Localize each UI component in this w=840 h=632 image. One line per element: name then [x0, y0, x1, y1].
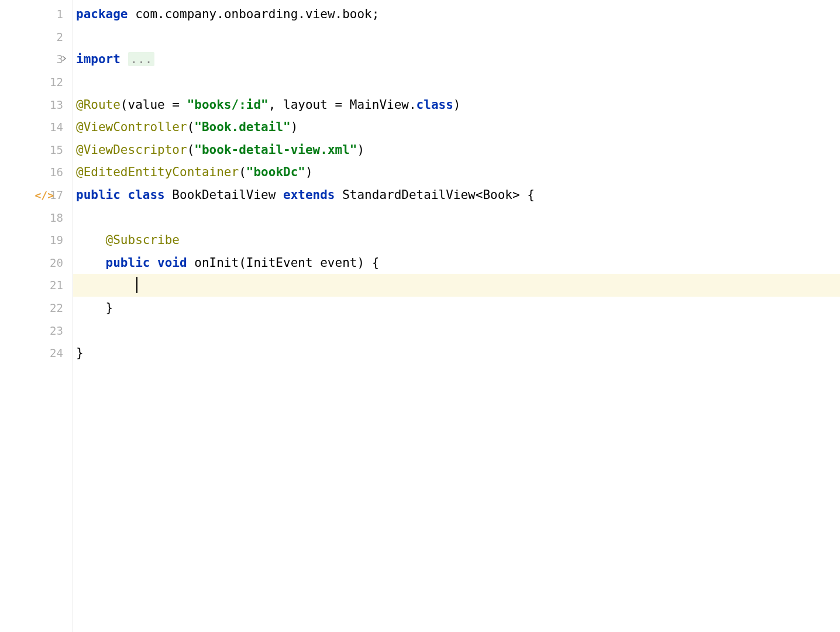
keyword: class: [416, 98, 453, 112]
line-number: 14: [46, 121, 69, 133]
code-line[interactable]: @EditedEntityContainer("bookDc"): [73, 161, 840, 184]
code-line[interactable]: @ViewController("Book.detail"): [73, 116, 840, 139]
gutter-row[interactable]: 21: [0, 274, 73, 297]
indent: [76, 256, 106, 270]
code-text: StandardDetailView<Book> {: [335, 188, 535, 202]
gutter-row[interactable]: 19: [0, 229, 73, 252]
string-literal: "Book.detail": [194, 120, 290, 134]
package-name: com.company.onboarding.view.book;: [128, 7, 380, 21]
gutter-row[interactable]: 24: [0, 342, 73, 365]
code-line[interactable]: import ...: [73, 48, 840, 71]
indent: [76, 278, 135, 292]
code-line[interactable]: [73, 206, 840, 229]
code-text: (: [187, 120, 195, 134]
gutter-row[interactable]: 14: [0, 116, 73, 139]
indent: [76, 301, 106, 315]
code-line[interactable]: public class BookDetailView extends Stan…: [73, 184, 840, 207]
annotation: @ViewDescriptor: [76, 143, 187, 157]
code-text: (value =: [121, 98, 187, 112]
string-literal: "books/:id": [187, 98, 268, 112]
gutter-row[interactable]: 16: [0, 161, 73, 184]
code-text: ): [305, 165, 313, 179]
code-text: (: [187, 143, 195, 157]
keyword: public: [106, 256, 150, 270]
code-text: , layout = MainView.: [268, 98, 416, 112]
line-number-gutter: 1 2 3 12 13 14 15 16 </> 17 18 19 20 21 …: [0, 0, 73, 632]
implements-icon[interactable]: </>: [35, 189, 54, 201]
gutter-row[interactable]: 22: [0, 297, 73, 320]
line-number: 2: [46, 30, 69, 43]
code-text: }: [76, 346, 84, 360]
code-line[interactable]: package com.company.onboarding.view.book…: [73, 3, 840, 26]
string-literal: "bookDc": [246, 165, 305, 179]
gutter-row[interactable]: 2: [0, 26, 73, 49]
gutter-row[interactable]: </> 17: [0, 184, 73, 207]
annotation: @Subscribe: [106, 233, 180, 247]
code-line[interactable]: @Subscribe: [73, 229, 840, 252]
code-line[interactable]: @ViewDescriptor("book-detail-view.xml"): [73, 139, 840, 162]
code-text: ): [291, 120, 298, 134]
line-number: 21: [46, 279, 69, 291]
line-number: 15: [46, 143, 69, 156]
code-line[interactable]: [73, 26, 840, 49]
code-line[interactable]: @Route(value = "books/:id", layout = Mai…: [73, 93, 840, 116]
gutter-row[interactable]: 23: [0, 319, 73, 342]
gutter-row[interactable]: 12: [0, 71, 73, 94]
keyword: void: [150, 256, 187, 270]
line-number: 23: [46, 324, 69, 337]
line-number: 12: [46, 75, 69, 88]
keyword: extends: [283, 188, 335, 202]
code-text: ): [357, 143, 364, 157]
class-name: BookDetailView: [165, 188, 283, 202]
code-editor[interactable]: package com.company.onboarding.view.book…: [73, 0, 840, 632]
code-line[interactable]: [73, 319, 840, 342]
line-number: 1: [46, 8, 69, 20]
string-literal: "book-detail-view.xml": [194, 143, 357, 157]
folded-region[interactable]: ...: [128, 52, 155, 66]
annotation: @ViewController: [76, 120, 187, 134]
gutter-row[interactable]: 18: [0, 206, 73, 229]
code-line[interactable]: }: [73, 297, 840, 320]
line-number: 24: [46, 346, 69, 359]
fold-expand-icon[interactable]: [61, 54, 68, 64]
line-number: 19: [46, 233, 69, 246]
method-signature: onInit(InitEvent event) {: [187, 256, 380, 270]
keyword: class: [121, 188, 165, 202]
code-line[interactable]: }: [73, 342, 840, 365]
line-number: 22: [46, 301, 69, 314]
code-line[interactable]: [73, 71, 840, 94]
line-number: 16: [46, 166, 69, 178]
keyword: public: [76, 188, 121, 202]
gutter-row[interactable]: 20: [0, 252, 73, 274]
code-text: (: [239, 165, 246, 179]
annotation: @Route: [76, 98, 121, 112]
code-text: ): [453, 98, 461, 112]
code-line-current[interactable]: [73, 274, 840, 297]
code-line[interactable]: public void onInit(InitEvent event) {: [73, 252, 840, 274]
gutter-row[interactable]: 3: [0, 48, 73, 71]
keyword: import: [76, 52, 121, 66]
text-cursor: [136, 277, 137, 293]
code-text: }: [106, 301, 113, 315]
gutter-row[interactable]: 15: [0, 139, 73, 162]
gutter-row[interactable]: 1: [0, 3, 73, 26]
indent: [76, 233, 106, 247]
line-number: 20: [46, 256, 69, 269]
annotation: @EditedEntityContainer: [76, 165, 239, 179]
keyword: package: [76, 7, 128, 21]
gutter-row[interactable]: 13: [0, 93, 73, 116]
line-number: 13: [46, 98, 69, 111]
line-number: 18: [46, 211, 69, 224]
